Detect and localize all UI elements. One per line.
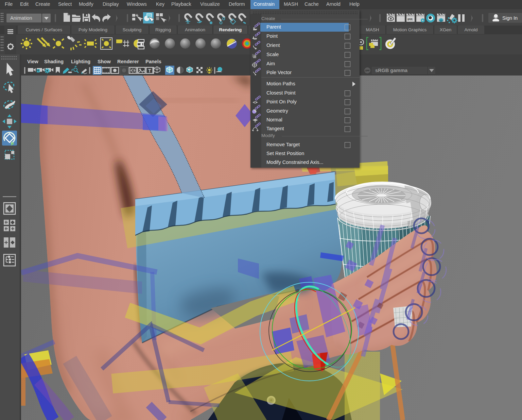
svg-text:Animation: Animation — [10, 15, 32, 21]
svg-text:OFF: OFF — [365, 69, 370, 72]
svg-text:Sign In: Sign In — [502, 15, 518, 21]
svg-text:S: S — [375, 46, 378, 50]
svg-text:T: T — [148, 68, 151, 73]
svg-text:IPR: IPR — [407, 18, 413, 21]
svg-text:sRGB gamma: sRGB gamma — [375, 68, 408, 73]
